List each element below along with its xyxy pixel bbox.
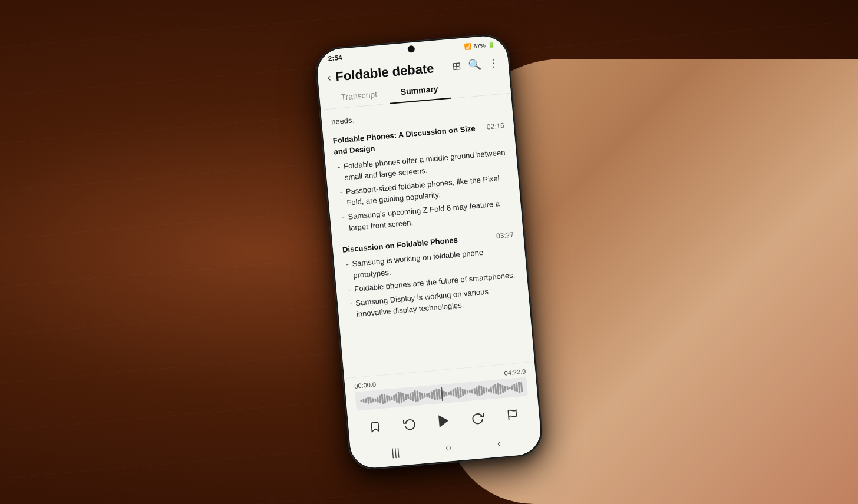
dash-icon: -	[337, 161, 342, 184]
camera-dot	[407, 45, 415, 53]
dash-icon: -	[339, 186, 344, 209]
status-time: 2:54	[328, 54, 342, 63]
forward-button[interactable]	[467, 406, 490, 429]
bookmark-button[interactable]	[364, 416, 387, 439]
back-button[interactable]: ‹	[327, 71, 332, 84]
total-time: 04:22.9	[504, 367, 526, 376]
phone-wrapper: 2:54 📶 57% 🔋 ‹ Foldable debate ⊞	[314, 32, 544, 472]
dash-icon: -	[341, 211, 346, 234]
tab-summary[interactable]: Summary	[388, 77, 451, 104]
speed-button[interactable]	[501, 403, 524, 426]
dash-icon: -	[348, 284, 351, 296]
phone-body: 2:54 📶 57% 🔋 ‹ Foldable debate ⊞	[314, 32, 544, 472]
play-button[interactable]	[433, 409, 456, 432]
rewind-button[interactable]	[398, 412, 421, 435]
status-icons: 📶 57% 🔋	[464, 41, 495, 49]
dash-icon: -	[349, 297, 354, 320]
nav-menu[interactable]: |||	[391, 446, 400, 459]
phone-screen: 2:54 📶 57% 🔋 ‹ Foldable debate ⊞	[316, 34, 543, 470]
nav-back[interactable]: ‹	[497, 437, 501, 450]
scene: 2:54 📶 57% 🔋 ‹ Foldable debate ⊞	[0, 0, 858, 504]
battery-icon: 🔋	[487, 41, 495, 48]
svg-line-1	[509, 417, 509, 420]
ai-icon[interactable]: ⊞	[452, 59, 462, 73]
section-2-time: 03:27	[496, 229, 514, 241]
content-area: needs. Foldable Phones: A Discussion on …	[321, 94, 534, 378]
nav-home[interactable]: ○	[445, 442, 453, 455]
svg-marker-0	[438, 415, 449, 427]
current-time: 00:00.0	[354, 381, 377, 390]
more-options-icon[interactable]: ⋮	[488, 56, 500, 69]
header-icons: ⊞ 🔍 ⋮	[452, 56, 500, 73]
dash-icon: -	[345, 258, 350, 281]
signal-icon: 📶	[464, 43, 471, 50]
section-1: Foldable Phones: A Discussion on Size an…	[332, 120, 513, 235]
camera-notch	[407, 45, 415, 53]
battery-text: 57%	[473, 42, 486, 49]
section-1-time: 02:16	[486, 120, 504, 132]
search-icon[interactable]: 🔍	[468, 58, 482, 72]
section-2: Discussion on Foldable Phones 03:27 - Sa…	[342, 229, 520, 321]
